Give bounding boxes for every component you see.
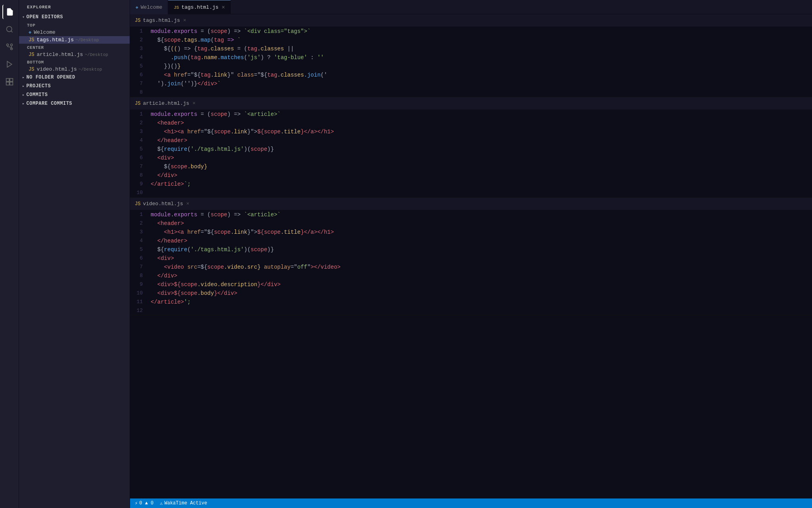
line-number: 4 [130, 237, 151, 245]
token: }</a></h1> [301, 229, 334, 235]
token: ="${ [254, 72, 268, 78]
tags-filepath: ~/Desktop [75, 38, 99, 42]
token: src [184, 264, 197, 270]
token: '; [184, 299, 191, 305]
line-content: </article>`; [151, 180, 812, 189]
search-icon[interactable] [2, 22, 17, 37]
token: scope [214, 229, 231, 235]
open-editors-arrow: ▾ [22, 15, 25, 19]
line-content: <div>${scope.video.description}</div> [151, 280, 812, 289]
line-content: ${require('./tags.html.js')(scope)} [151, 245, 812, 254]
token: ) => [227, 111, 244, 117]
token: }"> [247, 129, 257, 135]
token: </article> [151, 299, 184, 305]
line-number: 1 [130, 110, 151, 119]
token: off [297, 264, 307, 270]
welcome-icon: ❖ [29, 29, 31, 35]
token: .title [281, 229, 301, 235]
token: '' [317, 54, 324, 61]
token: .src [244, 264, 257, 270]
token: tag [214, 37, 224, 43]
welcome-tab[interactable]: ❖ Welcome [130, 0, 168, 14]
token: '). [151, 81, 167, 87]
token: <div> [151, 255, 174, 262]
files-icon[interactable] [2, 5, 17, 19]
line-number: 8 [130, 88, 151, 97]
code-line: 5 ${require('./tags.html.js')(scope)} [130, 245, 812, 254]
line-number: 1 [130, 210, 151, 219]
token: .link [231, 129, 247, 135]
article-html-js-item[interactable]: JS article.html.js ~/Desktop [19, 51, 130, 58]
extensions-icon[interactable] [2, 75, 17, 89]
token: './tags.html.js' [191, 246, 244, 253]
projects-section[interactable]: ▸ PROJECTS [19, 82, 130, 90]
token: scope [211, 111, 227, 117]
bottom-label: BOTTOM [19, 58, 130, 65]
video-filepath: ~/Desktop [79, 67, 102, 72]
error-status[interactable]: ⚡ 0 ▲ 0 [135, 500, 153, 506]
token: scope [264, 129, 281, 135]
line-content: <h1><a href="${scope.link}">${scope.titl… [151, 127, 812, 136]
token: 'tag-blue' [274, 54, 307, 61]
token: `<div class="tags">` [244, 28, 310, 35]
token: join [167, 81, 181, 87]
tags-tab[interactable]: JS tags.html.js × [168, 0, 231, 14]
line-content: .push(tag.name.matches('js') ? 'tag-blue… [151, 53, 812, 62]
compare-commits-arrow: ▸ [22, 101, 25, 106]
svg-rect-7 [10, 79, 13, 82]
welcome-filename: Welcome [34, 29, 56, 35]
git-icon[interactable] [2, 40, 17, 54]
token: <video [151, 264, 184, 270]
welcome-item[interactable]: ❖ Welcome [19, 29, 130, 36]
token: .link [211, 72, 227, 78]
token: class [237, 72, 254, 78]
token: <div> [151, 281, 174, 288]
open-editors-section[interactable]: ▾ OPEN EDITORS [19, 13, 130, 21]
token: ="${ [201, 229, 214, 235]
line-content: </header> [151, 237, 812, 245]
code-line: 4 </header> [130, 136, 812, 145]
code-line: 10 [130, 189, 812, 197]
token: scope [211, 28, 227, 35]
js-icon-video: JS [29, 67, 34, 72]
svg-point-0 [6, 27, 11, 32]
token: href [184, 129, 201, 135]
compare-commits-section[interactable]: ▸ COMPARE COMMITS [19, 99, 130, 108]
token: .classes [207, 46, 234, 52]
tags-panel-close[interactable]: × [183, 17, 186, 23]
status-bar: ⚡ 0 ▲ 0 ⚠ WakaTime Active [130, 498, 812, 508]
code-line: 8 [130, 88, 812, 97]
code-line: 4 .push(tag.name.matches('js') ? 'tag-bl… [130, 53, 812, 62]
no-folder-section[interactable]: ▸ NO FOLDER OPENED [19, 73, 130, 82]
article-filepath: ~/Desktop [84, 52, 108, 57]
svg-rect-8 [6, 82, 9, 85]
token: ${ [257, 229, 264, 235]
token [151, 72, 164, 78]
token: <h1> [151, 129, 177, 135]
line-content: <header> [151, 119, 812, 127]
token: </article> [151, 181, 184, 187]
token: }" [227, 72, 237, 78]
token: (( [170, 46, 177, 52]
tags-html-js-item[interactable]: JS tags.html.js ~/Desktop [19, 36, 130, 44]
video-html-js-item[interactable]: JS video.html.js ~/Desktop [19, 65, 130, 73]
token: )} [267, 246, 274, 253]
wakatime-status[interactable]: ⚠ WakaTime Active [160, 500, 207, 506]
article-panel-close[interactable]: × [192, 100, 195, 106]
tags-code-area: 1module.exports = (scope) => `<div class… [130, 27, 812, 97]
commits-section[interactable]: ▸ COMMITS [19, 90, 130, 99]
video-panel-close[interactable]: × [186, 201, 190, 207]
debug-icon[interactable] [2, 57, 17, 71]
token: ${ [151, 37, 164, 43]
article-editor-header: JS article.html.js × [130, 97, 812, 110]
token: scope [214, 129, 231, 135]
tags-close-btn[interactable]: × [222, 4, 225, 11]
token: => [224, 37, 237, 43]
token: ) ? [260, 54, 274, 61]
token: )( [244, 246, 251, 253]
token: ${ [174, 281, 181, 288]
line-number: 5 [130, 145, 151, 154]
projects-arrow: ▸ [22, 84, 25, 89]
token: </div> [197, 81, 217, 87]
token: scope [207, 264, 224, 270]
